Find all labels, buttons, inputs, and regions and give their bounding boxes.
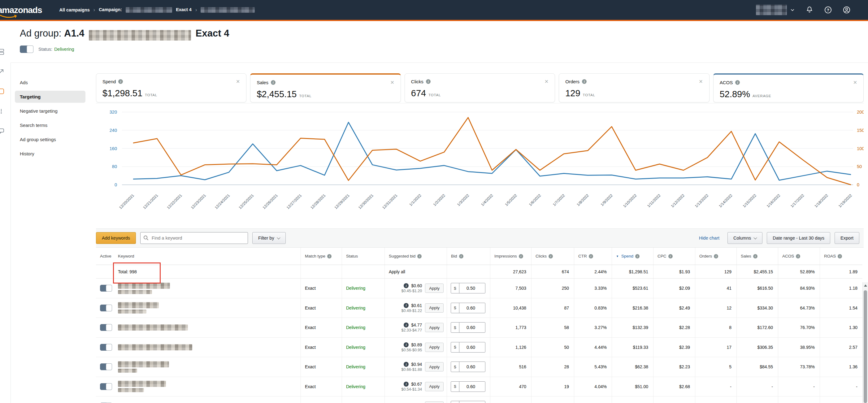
series-line-acos bbox=[133, 122, 851, 180]
keyword-search-input[interactable] bbox=[140, 232, 248, 244]
apply-button[interactable]: Apply bbox=[425, 382, 443, 391]
add-keywords-button[interactable]: Add keywords bbox=[96, 232, 136, 244]
column-header-bid[interactable]: Bidi bbox=[447, 248, 490, 265]
y-axis-left-tick: 160 bbox=[110, 146, 117, 151]
row-active-toggle[interactable] bbox=[100, 363, 112, 370]
performance-chart-section: 00805016010024015032020012/20/202112/21/… bbox=[96, 103, 864, 227]
column-header-label: Clicks bbox=[535, 254, 547, 258]
alerts-icon[interactable] bbox=[0, 108, 5, 115]
amazon-ads-logo[interactable]: amazonads bbox=[0, 5, 42, 14]
column-header-keyword[interactable]: Keyword bbox=[114, 248, 301, 265]
performance-chart[interactable]: 00805016010024015032020012/20/202112/21/… bbox=[96, 103, 864, 227]
match-type-cell: Exact bbox=[301, 279, 342, 298]
column-header-cpc[interactable]: CPCi bbox=[653, 248, 695, 265]
sidebar-item-negative-targeting[interactable]: Negative targeting bbox=[15, 105, 86, 117]
metric-card-clicks[interactable]: Clicksi✕674TOTAL bbox=[405, 73, 555, 102]
sidebar-item-targeting[interactable]: Targeting bbox=[15, 91, 86, 103]
metric-card-sales[interactable]: Salesi✕$2,455.15TOTAL bbox=[250, 73, 401, 102]
cell-orders: 41 bbox=[695, 279, 737, 298]
hide-chart-link[interactable]: Hide chart bbox=[699, 236, 719, 241]
close-icon[interactable]: ✕ bbox=[699, 79, 703, 85]
column-header-sugg[interactable]: Suggested bidi bbox=[384, 248, 447, 265]
filter-by-button[interactable]: Filter by bbox=[252, 232, 286, 244]
close-icon[interactable]: ✕ bbox=[390, 80, 394, 86]
help-icon[interactable]: ? bbox=[824, 6, 832, 14]
row-active-toggle[interactable] bbox=[100, 285, 112, 291]
column-header-active[interactable]: Active bbox=[96, 248, 114, 265]
account-switcher[interactable] bbox=[756, 5, 795, 15]
column-header-status[interactable]: Status bbox=[342, 248, 384, 265]
apply-button[interactable]: Apply bbox=[425, 362, 443, 371]
column-header-label: Bid bbox=[451, 254, 457, 258]
column-header-orders[interactable]: Ordersi bbox=[695, 248, 737, 265]
apply-button[interactable]: Apply bbox=[425, 323, 443, 332]
metric-card-spend[interactable]: Spendi✕$1,298.51TOTAL bbox=[96, 73, 246, 102]
scroll-up-arrow-icon[interactable] bbox=[863, 282, 868, 288]
bid-input[interactable] bbox=[459, 325, 482, 330]
campaigns-icon[interactable] bbox=[0, 48, 5, 55]
metric-card-orders[interactable]: Ordersi✕129TOTAL bbox=[559, 73, 709, 102]
scrollbar-thumb[interactable] bbox=[864, 290, 867, 403]
bid-input[interactable] bbox=[459, 364, 482, 370]
row-active-toggle[interactable] bbox=[100, 324, 112, 331]
metric-card-acos[interactable]: ACOSi✕52.89%AVERAGE bbox=[713, 73, 864, 102]
top-navbar: amazonads All campaigns › Campaign: Exac… bbox=[0, 0, 868, 20]
y-axis-right-tick: 150 bbox=[857, 128, 864, 133]
row-active-toggle[interactable] bbox=[100, 344, 112, 351]
columns-button[interactable]: Columns bbox=[727, 232, 763, 244]
close-icon[interactable]: ✕ bbox=[545, 79, 549, 85]
column-header-sales[interactable]: Salesi bbox=[737, 248, 778, 265]
column-header-roas[interactable]: ROASi bbox=[820, 248, 862, 265]
apply-button[interactable]: Apply bbox=[425, 343, 443, 352]
profile-icon[interactable] bbox=[843, 6, 851, 14]
growth-arrow-icon[interactable] bbox=[0, 68, 5, 75]
close-icon[interactable]: ✕ bbox=[236, 79, 240, 85]
page-title: Ad group: A1.4 Exact 4 bbox=[20, 28, 868, 39]
column-header-imp[interactable]: Impressionsi bbox=[490, 248, 531, 265]
chat-icon[interactable] bbox=[0, 127, 5, 134]
x-axis-tick: 1/14/2022 bbox=[718, 193, 733, 208]
column-header-acos[interactable]: ACOSi bbox=[778, 248, 820, 265]
sidebar-item-search-terms[interactable]: Search terms bbox=[15, 119, 86, 131]
bid-input[interactable] bbox=[459, 305, 482, 311]
table-total-row: Total: 998Apply all27,6236742.44%$1,298.… bbox=[96, 265, 862, 279]
toggle-knob bbox=[106, 285, 112, 291]
info-icon: i bbox=[459, 254, 463, 258]
metric-card-value: 674 bbox=[411, 88, 426, 98]
adgroup-status-toggle[interactable] bbox=[20, 45, 33, 53]
close-icon[interactable]: ✕ bbox=[853, 80, 857, 86]
bid-input[interactable] bbox=[459, 384, 482, 390]
breadcrumb-campaign[interactable]: Campaign: Exact 4 bbox=[99, 7, 192, 13]
vertical-scrollbar[interactable] bbox=[862, 282, 868, 403]
column-header-label: Status bbox=[346, 254, 358, 258]
notifications-bell-icon[interactable] bbox=[805, 6, 813, 14]
date-range-button[interactable]: Date range - Last 30 days bbox=[767, 232, 830, 244]
cell-sales: $334.30 bbox=[737, 299, 778, 318]
column-header-ctr[interactable]: CTRi bbox=[574, 248, 612, 265]
bid-input[interactable] bbox=[459, 285, 482, 291]
redacted-campaign-name bbox=[126, 7, 172, 13]
row-active-toggle[interactable] bbox=[100, 305, 112, 311]
sidebar-item-ad-group-settings[interactable]: Ad group settings bbox=[15, 133, 86, 146]
sidebar-item-ads[interactable]: Ads bbox=[15, 76, 86, 89]
chevron-down-icon bbox=[277, 236, 280, 239]
column-header-clicks[interactable]: Clicksi bbox=[531, 248, 574, 265]
row-active-toggle[interactable] bbox=[100, 383, 112, 390]
apply-button[interactable]: Apply bbox=[425, 303, 443, 313]
y-axis-right-tick: 0 bbox=[857, 182, 859, 187]
column-header-match[interactable]: Match typei bbox=[301, 248, 342, 265]
bid-cell: $ bbox=[447, 279, 490, 298]
breadcrumb-all-campaigns[interactable]: All campaigns bbox=[59, 7, 90, 12]
sidebar-item-history[interactable]: History bbox=[15, 148, 86, 160]
active-cell bbox=[96, 318, 114, 337]
bid-input[interactable] bbox=[459, 344, 482, 350]
active-section-icon[interactable] bbox=[0, 88, 5, 95]
cell-orders: 8 bbox=[695, 318, 737, 337]
apply-all-button[interactable]: Apply all bbox=[384, 265, 447, 278]
apply-button[interactable]: Apply bbox=[425, 401, 443, 403]
export-button[interactable]: Export bbox=[835, 232, 859, 244]
apply-button[interactable]: Apply bbox=[425, 283, 443, 293]
column-header-spend[interactable]: ▼Spendi bbox=[612, 248, 653, 265]
cell-clicks: 87 bbox=[531, 299, 574, 318]
y-axis-left-tick: 80 bbox=[112, 164, 117, 169]
